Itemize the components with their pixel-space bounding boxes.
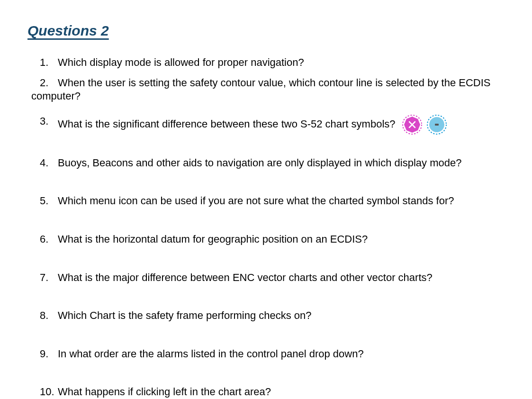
question-row: 4. Buoys, Beacons and other aids to navi… xyxy=(31,156,505,170)
blue-circle-icon xyxy=(427,115,447,135)
question-row: 1. Which display mode is allowed for pro… xyxy=(31,56,505,70)
question-row: 10. What happens if clicking left in the… xyxy=(31,385,505,399)
question-number: 9. xyxy=(31,347,58,361)
question-number: 4. xyxy=(31,156,58,170)
question-row: 6. What is the horizontal datum for geog… xyxy=(31,233,505,246)
question-text: Which menu icon can be used if you are n… xyxy=(58,194,505,208)
chart-symbols-group xyxy=(402,115,447,135)
question-text: Which Chart is the safety frame performi… xyxy=(58,309,505,323)
question-number: 6. xyxy=(31,233,58,246)
question-text: What is the horizontal datum for geograp… xyxy=(58,233,505,246)
question-text: What happens if clicking left in the cha… xyxy=(58,385,505,399)
question-row: 2.When the user is setting the safety co… xyxy=(31,76,505,103)
question-row: 5. Which menu icon can be used if you ar… xyxy=(31,194,505,208)
question-text: In what order are the alarms listed in t… xyxy=(58,347,505,361)
question-row: 9. In what order are the alarms listed i… xyxy=(31,347,505,361)
svg-rect-6 xyxy=(435,124,439,126)
question-text: Buoys, Beacons and other aids to navigat… xyxy=(58,156,505,170)
question-text: What is the significant difference betwe… xyxy=(58,115,505,135)
question-number: 5. xyxy=(31,194,58,208)
questions-list: 1. Which display mode is allowed for pro… xyxy=(27,56,505,399)
question-number: 1. xyxy=(31,56,58,70)
question-number: 8. xyxy=(31,309,58,323)
question-row: 8. Which Chart is the safety frame perfo… xyxy=(31,309,505,323)
question-text: When the user is setting the safety cont… xyxy=(31,77,490,102)
question-row: 7. What is the major difference between … xyxy=(31,271,505,285)
magenta-octagon-icon xyxy=(402,115,422,135)
question-text: Which display mode is allowed for proper… xyxy=(58,56,505,70)
question-number: 3. xyxy=(31,115,58,128)
question-number: 7. xyxy=(31,271,58,285)
question-row: 3. What is the significant difference be… xyxy=(31,115,505,135)
question-text: What is the major difference between ENC… xyxy=(58,271,505,285)
question-number: 2. xyxy=(31,76,58,90)
question-number: 10. xyxy=(31,385,58,399)
page-title: Questions 2 xyxy=(27,23,505,39)
